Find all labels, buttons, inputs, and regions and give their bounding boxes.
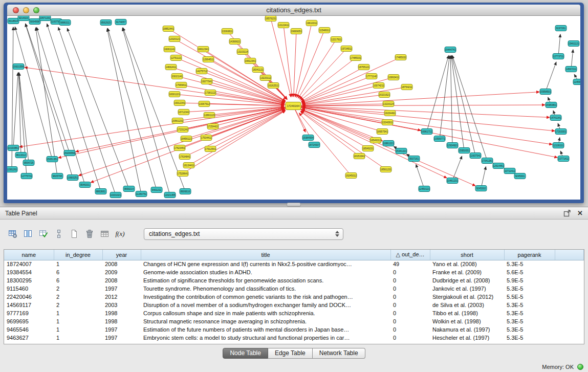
network-node[interactable]: 12450121 — [419, 186, 430, 192]
network-node[interactable]: 9064998 — [29, 19, 40, 25]
network-node[interactable]: 11459911 — [573, 79, 580, 85]
network-node[interactable]: 12994511 — [203, 57, 214, 62]
table-row[interactable]: 946554611997Estimation of the future num… — [4, 325, 584, 334]
column-header-in_degree[interactable]: in_degree — [54, 250, 102, 260]
network-node[interactable]: 12751121 — [170, 55, 182, 61]
network-node[interactable]: 10571231 — [39, 16, 51, 21]
network-node[interactable]: 19669051 — [291, 29, 302, 34]
network-node[interactable]: 18852441 — [163, 26, 174, 32]
table-row[interactable]: 1872400712008Changes of HCN gene express… — [4, 260, 584, 268]
network-node[interactable]: 10193861 — [8, 145, 19, 151]
network-node[interactable]: 16134411 — [183, 163, 194, 168]
network-node[interactable]: 14366621 — [229, 39, 241, 45]
network-node[interactable]: 14275712 — [196, 69, 207, 74]
network-node[interactable]: 10711411 — [504, 168, 515, 174]
network-node[interactable]: 9197261 — [555, 26, 567, 31]
network-node[interactable]: 16162511 — [268, 83, 279, 89]
network-node[interactable]: 16061141 — [164, 47, 175, 52]
network-node[interactable]: 9605795 — [52, 173, 63, 179]
column-header-pagerank[interactable]: pagerank — [504, 250, 555, 260]
table-row[interactable]: 911546021997Tourette syndrome. Phenomeno… — [4, 285, 584, 293]
tab-edge-table[interactable]: Edge Table — [268, 348, 313, 359]
network-node[interactable]: 12773711 — [553, 54, 564, 59]
network-node[interactable]: 9554725 — [23, 160, 34, 166]
network-node[interactable]: 17041281 — [482, 158, 493, 164]
close-window-button[interactable] — [13, 7, 19, 13]
column-header-title[interactable]: title — [141, 250, 390, 260]
network-node[interactable]: 18153341 — [354, 154, 365, 159]
network-node[interactable]: 8863661 — [95, 189, 106, 194]
network-node[interactable]: 18549312 — [370, 138, 381, 143]
network-node[interactable]: 15341221 — [396, 148, 407, 154]
network-node[interactable]: 18301221 — [169, 92, 180, 97]
network-node[interactable]: 10993411 — [388, 75, 399, 80]
table-row[interactable]: 1938455462009Genome-wide association stu… — [4, 268, 584, 276]
network-node[interactable]: 10461231 — [447, 178, 458, 184]
network-node[interactable]: 13103114 — [237, 49, 248, 55]
network-node[interactable]: 11548011 — [319, 28, 330, 33]
network-node[interactable]: 15051351 — [47, 157, 58, 162]
network-node[interactable]: 15461121 — [568, 41, 579, 47]
network-node[interactable]: 18755121 — [358, 64, 369, 70]
network-node[interactable]: 13220112 — [260, 75, 271, 81]
network-node[interactable]: 17254421 — [207, 124, 219, 129]
network-node[interactable]: 11283751 — [136, 191, 147, 197]
network-node[interactable]: 18561231 — [380, 167, 391, 172]
network-node[interactable]: 12020121 — [169, 36, 180, 42]
table-selector-dropdown[interactable]: citations_edges.txt — [144, 228, 343, 240]
network-canvas-svg[interactable]: 8318504921432390649981057123111007541988… — [7, 16, 580, 200]
network-node[interactable]: 12775731 — [21, 173, 32, 179]
network-node[interactable]: 12891123 — [204, 113, 215, 118]
network-node[interactable]: 19077941 — [201, 79, 212, 84]
network-node[interactable]: 17623451 — [174, 145, 185, 151]
network-node[interactable]: 17634841 — [179, 154, 190, 160]
network-node[interactable]: 17381122 — [205, 90, 216, 96]
network-node[interactable]: 10331021 — [110, 192, 121, 198]
table-row[interactable]: 977716911998Corpus callosum shape and si… — [4, 309, 584, 317]
network-node[interactable]: 16101621 — [379, 92, 390, 98]
float-panel-icon[interactable] — [563, 209, 571, 217]
network-node[interactable]: 10771411 — [558, 156, 569, 162]
table-row[interactable]: 1830029562008Estimation of significance … — [4, 276, 584, 285]
memory-status-icon[interactable] — [577, 364, 583, 370]
network-node[interactable]: 8318504 — [8, 18, 19, 24]
table-mode-icon[interactable] — [6, 227, 19, 240]
column-header-short[interactable]: short — [430, 250, 504, 260]
network-node[interactable]: 20561231 — [172, 118, 183, 124]
network-node[interactable]: 17485032 — [395, 55, 406, 60]
network-node[interactable]: 18957541 — [377, 129, 388, 135]
network-node[interactable]: 9546331 — [79, 182, 91, 188]
network-node[interactable]: 17485031 — [350, 55, 361, 61]
network-node-hub[interactable]: 17240164 — [286, 102, 301, 110]
network-node[interactable]: 13067512 — [199, 101, 210, 107]
network-node[interactable]: 20631556 — [13, 64, 24, 70]
network-node[interactable]: 8562925 — [100, 20, 112, 26]
network-node[interactable]: 14567211 — [565, 67, 577, 72]
network-node[interactable]: 9401211 — [151, 187, 162, 193]
function-builder-icon[interactable]: f(x) — [113, 227, 127, 240]
network-node[interactable]: 10683251 — [67, 175, 78, 181]
network-node[interactable]: 9690214 — [123, 186, 135, 192]
network-node[interactable]: 19612341 — [245, 58, 256, 64]
network-node[interactable]: 17528641 — [177, 171, 188, 177]
network-node[interactable]: 18341121 — [252, 67, 264, 73]
network-node[interactable]: 20021141 — [171, 74, 183, 79]
network-node[interactable]: 19012341 — [174, 100, 185, 106]
zoom-window-button[interactable] — [33, 7, 39, 13]
network-node[interactable]: 9245302 — [475, 186, 487, 191]
tab-network-table[interactable]: Network Table — [313, 348, 365, 359]
network-node[interactable]: 16961712 — [421, 129, 432, 135]
network-node[interactable]: 19384554 — [302, 135, 314, 141]
network-node[interactable]: 12106111 — [553, 143, 564, 148]
show-columns-icon[interactable] — [21, 227, 35, 240]
column-header-year[interactable]: year — [102, 250, 141, 260]
edit-columns-icon[interactable] — [36, 227, 50, 240]
panel-divider-handle[interactable] — [287, 203, 301, 207]
network-node[interactable]: 17231241 — [177, 127, 188, 133]
network-node[interactable]: 19245012 — [345, 173, 357, 179]
network-node[interactable]: 17534411 — [201, 135, 212, 141]
network-node[interactable]: 22060811 — [222, 29, 233, 34]
network-node[interactable]: 18549231 — [362, 146, 374, 151]
network-node[interactable]: 9214323 — [18, 16, 29, 21]
network-node[interactable]: 16983801 — [546, 102, 557, 108]
